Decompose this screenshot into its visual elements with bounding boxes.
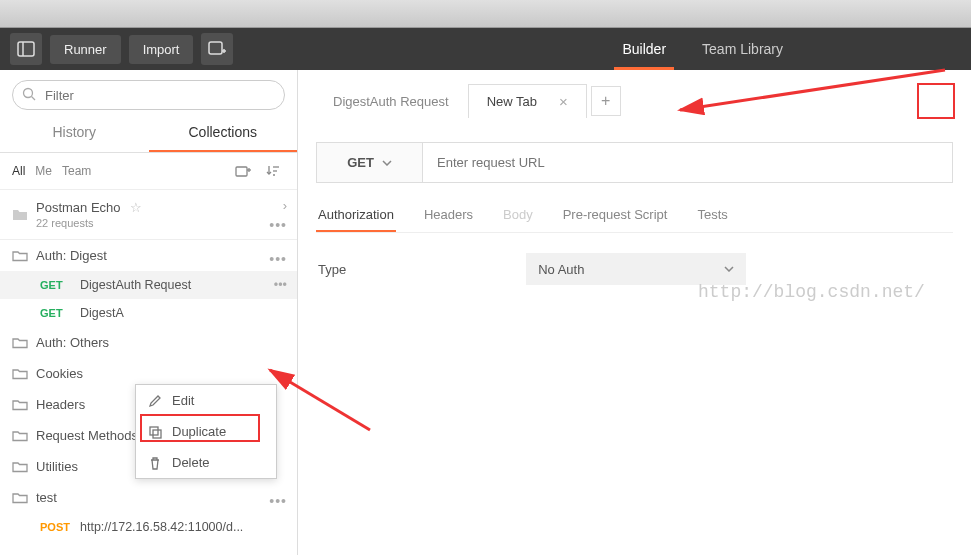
close-icon[interactable]: × [559,93,568,110]
folder-icon [10,398,30,411]
svg-rect-0 [18,42,34,56]
svg-rect-2 [209,42,222,54]
auth-type-select[interactable]: No Auth [526,253,746,285]
ctx-duplicate-label: Duplicate [172,424,226,439]
folder-more-icon[interactable]: ••• [269,251,287,261]
folder-label: Cookies [36,366,83,381]
nav-tab-builder[interactable]: Builder [604,28,684,70]
ctx-edit-label: Edit [172,393,194,408]
url-input[interactable] [423,143,952,182]
copy-icon [148,425,162,439]
request-name: http://172.16.58.42:11000/d... [80,520,243,534]
subtab-authorization[interactable]: Authorization [316,199,396,232]
request-name: DigestAuth Request [80,278,191,292]
folder-icon [10,429,30,442]
add-collection-icon[interactable] [231,159,255,183]
ctx-delete[interactable]: Delete [136,447,276,478]
folder-label: test [36,490,57,505]
add-tab-button[interactable]: + [591,86,621,116]
folder-auth-digest[interactable]: Auth: Digest ••• [0,240,297,271]
folder-label: Auth: Digest [36,248,107,263]
chevron-down-icon [382,160,392,166]
tab-label: New Tab [487,94,537,109]
folder-open-icon [10,249,30,262]
method-badge: GET [40,307,70,319]
ctx-delete-label: Delete [172,455,210,470]
search-icon [22,87,36,101]
context-menu: Edit Duplicate Delete [135,384,277,479]
folder-label: Auth: Others [36,335,109,350]
method-selector[interactable]: GET [317,143,423,182]
method-badge: POST [40,521,70,533]
top-toolbar: Runner Import Builder Team Library [0,28,971,70]
scope-all[interactable]: All [12,164,25,178]
collections-tab[interactable]: Collections [149,114,298,152]
window-titlebar [0,0,971,28]
subtab-tests[interactable]: Tests [695,199,729,232]
subtab-prerequest[interactable]: Pre-request Script [561,199,670,232]
request-digestauth[interactable]: GET DigestAuth Request ••• [0,271,297,299]
pencil-icon [148,394,162,408]
request-tab-1[interactable]: New Tab × [468,84,587,118]
folder-icon [10,367,30,380]
sort-icon[interactable] [261,159,285,183]
watermark-text: http://blog.csdn.net/ [698,282,925,302]
collection-postman-echo[interactable]: Postman Echo ☆ 22 requests › ••• [0,190,297,240]
star-icon[interactable]: ☆ [130,200,142,215]
svg-line-6 [32,97,36,101]
toggle-sidebar-button[interactable] [10,33,42,65]
main-pane: DigestAuth Request New Tab × + GET Autho… [298,70,971,555]
request-test-post[interactable]: POST http://172.16.58.42:11000/d... [0,513,297,541]
tab-label: DigestAuth Request [333,94,449,109]
collection-name: Postman Echo [36,200,121,215]
import-button[interactable]: Import [129,35,194,64]
chevron-down-icon [724,266,734,272]
folder-label: Request Methods [36,428,138,443]
folder-auth-others[interactable]: Auth: Others [0,327,297,358]
folder-open-icon [10,491,30,504]
folder-test[interactable]: test ••• [0,482,297,513]
filter-input[interactable] [12,80,285,110]
scope-team[interactable]: Team [62,164,91,178]
history-tab[interactable]: History [0,114,149,152]
folder-icon [10,336,30,349]
request-tab-0[interactable]: DigestAuth Request [314,85,468,117]
folder-icon [10,208,30,221]
folder-icon [10,460,30,473]
nav-tab-team-library[interactable]: Team Library [684,28,801,70]
ctx-duplicate[interactable]: Duplicate [136,416,276,447]
sidebar: History Collections All Me Team [0,70,298,555]
request-name: DigestA [80,306,124,320]
collections-list: Postman Echo ☆ 22 requests › ••• Auth: D… [0,190,297,555]
svg-rect-15 [153,430,161,438]
method-badge: GET [40,279,70,291]
request-more-icon[interactable]: ••• [274,278,287,292]
folder-label: Utilities [36,459,78,474]
subtab-headers[interactable]: Headers [422,199,475,232]
request-digesta[interactable]: GET DigestA [0,299,297,327]
trash-icon [148,456,162,470]
chevron-right-icon[interactable]: › [283,198,287,213]
ctx-edit[interactable]: Edit [136,385,276,416]
folder-more-icon[interactable]: ••• [269,493,287,503]
scope-me[interactable]: Me [35,164,52,178]
auth-selected-value: No Auth [538,262,584,277]
folder-label: Headers [36,397,85,412]
svg-rect-14 [150,427,158,435]
auth-type-label: Type [318,262,346,277]
collection-count: 22 requests [36,217,142,229]
method-label: GET [347,155,374,170]
svg-point-5 [24,89,33,98]
new-window-button[interactable] [201,33,233,65]
runner-button[interactable]: Runner [50,35,121,64]
svg-rect-7 [236,167,247,176]
collection-more-icon[interactable]: ••• [269,217,287,233]
subtab-body[interactable]: Body [501,199,535,232]
